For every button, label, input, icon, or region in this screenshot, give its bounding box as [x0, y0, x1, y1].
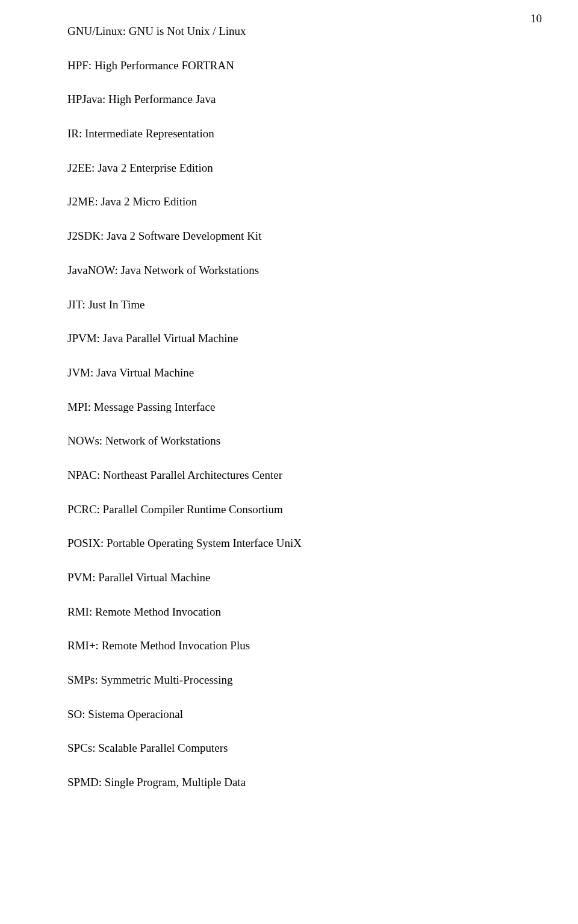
page-content: GNU/Linux: GNU is Not Unix / Linux HPF: …: [0, 0, 578, 790]
glossary-entry: SMPs: Symmetric Multi-Processing: [67, 673, 511, 688]
glossary-entry: JIT: Just In Time: [67, 298, 511, 313]
glossary-entry: SPMD: Single Program, Multiple Data: [67, 775, 511, 790]
glossary-entry: SPCs: Scalable Parallel Computers: [67, 741, 511, 756]
glossary-entry: J2EE: Java 2 Enterprise Edition: [67, 161, 511, 176]
glossary-entry: GNU/Linux: GNU is Not Unix / Linux: [67, 24, 511, 39]
glossary-entry: J2SDK: Java 2 Software Development Kit: [67, 229, 511, 244]
glossary-entry: NOWs: Network of Workstations: [67, 434, 511, 449]
glossary-entry: JavaNOW: Java Network of Workstations: [67, 263, 511, 278]
glossary-entry: MPI: Message Passing Interface: [67, 400, 511, 415]
glossary-entry: POSIX: Portable Operating System Interfa…: [67, 536, 511, 551]
glossary-entry: JVM: Java Virtual Machine: [67, 366, 511, 381]
glossary-entry: PVM: Parallel Virtual Machine: [67, 570, 511, 585]
glossary-entry: RMI: Remote Method Invocation: [67, 605, 511, 620]
page-number: 10: [530, 12, 542, 25]
glossary-entry: JPVM: Java Parallel Virtual Machine: [67, 331, 511, 346]
glossary-entry: NPAC: Northeast Parallel Architectures C…: [67, 468, 511, 483]
glossary-entry: IR: Intermediate Representation: [67, 126, 511, 142]
glossary-entry: SO: Sistema Operacional: [67, 707, 511, 722]
glossary-entry: PCRC: Parallel Compiler Runtime Consorti…: [67, 502, 511, 517]
glossary-entry: HPJava: High Performance Java: [67, 92, 511, 107]
glossary-entry: HPF: High Performance FORTRAN: [67, 58, 511, 73]
glossary-entry: J2ME: Java 2 Micro Edition: [67, 195, 511, 210]
glossary-entry: RMI+: Remote Method Invocation Plus: [67, 638, 511, 654]
